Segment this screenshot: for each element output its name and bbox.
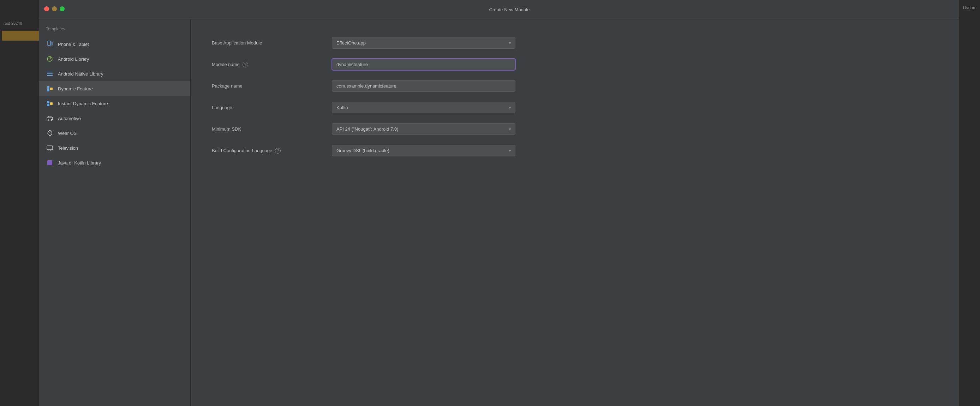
svg-point-4: [51, 58, 51, 59]
sidebar-item-label-android-native-library: Android Native Library: [58, 71, 103, 76]
sidebar-item-label-android-library: Android Library: [58, 56, 89, 62]
package-name-control: [332, 80, 515, 92]
sidebar-item-label-dynamic-feature: Dynamic Feature: [58, 86, 93, 91]
package-name-row: Package name: [212, 80, 959, 92]
instant-dynamic-feature-icon: ⚡: [46, 100, 54, 107]
sidebar-item-automotive[interactable]: Automotive: [39, 111, 190, 126]
svg-rect-26: [47, 160, 52, 165]
module-name-label: Module name ?: [212, 62, 325, 67]
dynamic-feature-icon: [46, 85, 54, 92]
dialog-body: Templates Phone & Tablet: [39, 19, 980, 406]
sidebar-item-android-library[interactable]: Android Library: [39, 51, 190, 66]
module-name-control: [332, 59, 515, 70]
phone-tablet-icon: [46, 40, 54, 48]
base-application-module-control: EffectOne.app ▼: [332, 37, 515, 49]
svg-rect-1: [51, 42, 52, 45]
dialog-titlebar: Create New Module: [39, 0, 980, 19]
base-application-module-select[interactable]: EffectOne.app: [332, 37, 515, 49]
base-application-module-label: Base Application Module: [212, 40, 325, 46]
minimum-sdk-select[interactable]: API 24 ("Nougat"; Android 7.0): [332, 123, 515, 135]
ide-left-strip: roid-20240: [0, 0, 39, 406]
wear-os-icon: [46, 129, 54, 137]
svg-rect-5: [47, 72, 52, 72]
sidebar-item-label-television: Television: [58, 145, 78, 151]
sidebar-item-android-native-library[interactable]: Android Native Library: [39, 66, 190, 81]
minimum-sdk-control: API 24 ("Nougat"; Android 7.0) ▼: [332, 123, 515, 135]
minimize-button[interactable]: [52, 6, 57, 11]
dialog-title: Create New Module: [489, 7, 530, 12]
base-application-module-row: Base Application Module EffectOne.app ▼: [212, 37, 959, 49]
language-row: Language Kotlin Java ▼: [212, 102, 959, 113]
svg-rect-0: [48, 41, 51, 46]
svg-rect-8: [47, 86, 49, 89]
svg-rect-23: [47, 146, 52, 150]
automotive-icon: [46, 115, 54, 122]
android-native-library-icon: [46, 70, 54, 78]
svg-rect-7: [47, 75, 52, 76]
sidebar-header: Templates: [39, 27, 190, 37]
sidebar-item-wear-os[interactable]: Wear OS: [39, 126, 190, 140]
sidebar-item-television[interactable]: Television: [39, 140, 190, 155]
sidebar-item-label-instant-dynamic-feature: Instant Dynamic Feature: [58, 101, 108, 106]
sidebar-item-label-phone-tablet: Phone & Tablet: [58, 41, 89, 47]
svg-rect-9: [47, 89, 49, 91]
minimum-sdk-row: Minimum SDK API 24 ("Nougat"; Android 7.…: [212, 123, 959, 135]
build-config-language-help-icon[interactable]: ?: [275, 148, 281, 154]
svg-rect-6: [47, 73, 52, 74]
sidebar-item-label-wear-os: Wear OS: [58, 131, 76, 136]
language-select[interactable]: Kotlin Java: [332, 102, 515, 113]
svg-rect-12: [47, 104, 49, 106]
package-name-input[interactable]: [332, 80, 515, 92]
svg-rect-19: [49, 130, 51, 131]
ide-notification-bar: [2, 31, 39, 41]
sidebar-item-dynamic-feature[interactable]: Dynamic Feature: [39, 81, 190, 96]
svg-point-17: [51, 119, 52, 121]
module-name-input[interactable]: [332, 59, 515, 70]
sidebar-item-label-java-kotlin-library: Java or Kotlin Library: [58, 160, 101, 166]
create-new-module-dialog: Create New Module Templates Phone & Tabl…: [39, 0, 980, 406]
minimum-sdk-label: Minimum SDK: [212, 126, 325, 132]
sidebar-item-phone-tablet[interactable]: Phone & Tablet: [39, 37, 190, 51]
svg-rect-20: [49, 135, 51, 136]
build-config-language-control: Groovy DSL (build.gradle) Kotlin DSL (bu…: [332, 145, 515, 156]
sidebar-item-java-kotlin-library[interactable]: Java or Kotlin Library: [39, 155, 190, 170]
sidebar-item-instant-dynamic-feature[interactable]: ⚡ Instant Dynamic Feature: [39, 96, 190, 111]
svg-rect-11: [47, 101, 49, 103]
window-controls: [44, 6, 65, 11]
television-icon: [46, 144, 54, 152]
ide-right-text: Dynam: [963, 5, 977, 10]
svg-point-16: [48, 119, 49, 121]
build-config-language-row: Build Configuration Language ? Groovy DS…: [212, 145, 959, 156]
language-control: Kotlin Java ▼: [332, 102, 515, 113]
sidebar-item-label-automotive: Automotive: [58, 116, 81, 121]
build-config-language-label: Build Configuration Language ?: [212, 148, 325, 154]
package-name-label: Package name: [212, 83, 325, 89]
svg-point-2: [47, 56, 52, 61]
templates-sidebar: Templates Phone & Tablet: [39, 19, 191, 406]
module-name-row: Module name ?: [212, 59, 959, 70]
android-library-icon: [46, 55, 54, 63]
svg-text:⚡: ⚡: [51, 102, 53, 105]
java-kotlin-library-icon: [46, 159, 54, 167]
ide-left-text: roid-20240: [2, 19, 39, 27]
language-label: Language: [212, 105, 325, 110]
maximize-button[interactable]: [60, 6, 65, 11]
build-config-language-select[interactable]: Groovy DSL (build.gradle) Kotlin DSL (bu…: [332, 145, 515, 156]
svg-point-3: [49, 58, 49, 59]
ide-right-strip: Dynam: [959, 0, 980, 406]
close-button[interactable]: [44, 6, 49, 11]
svg-rect-10: [50, 88, 52, 90]
main-form-area: Base Application Module EffectOne.app ▼ …: [191, 19, 980, 406]
module-name-help-icon[interactable]: ?: [243, 62, 248, 67]
